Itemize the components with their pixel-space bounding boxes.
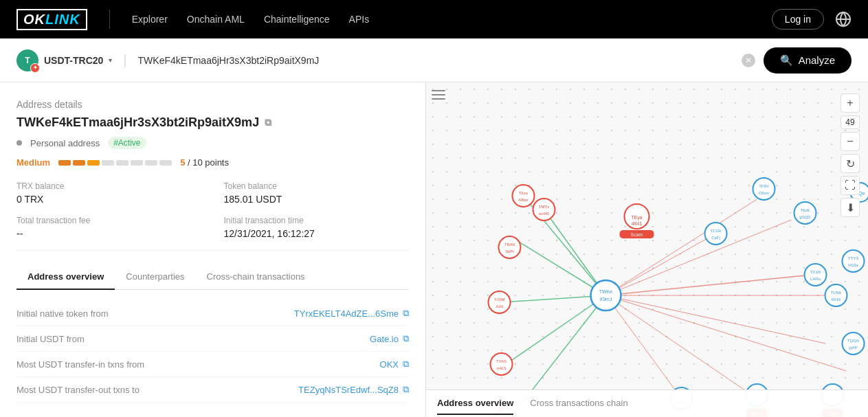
svg-text:TD1R: TD1R: [810, 270, 821, 274]
svg-text:jqXP: jqXP: [848, 346, 858, 350]
nav-chaintelligence[interactable]: Chaintelligence: [264, 14, 330, 25]
data-row-initial-native: Initial native token from TYrxEKELT4AdZE…: [16, 301, 409, 326]
right-panel: TEya 4841 Scam TMTz wx9R TAzs ABwr TBA6 …: [426, 82, 868, 417]
nav-explorer[interactable]: Explorer: [132, 14, 168, 25]
active-badge: #Active: [108, 137, 146, 149]
svg-text:6916: 6916: [832, 297, 841, 302]
svg-text:JuSi: JuSi: [496, 304, 504, 308]
address-input[interactable]: [138, 55, 733, 66]
nav-links: Explorer Onchain AML Chaintelligence API…: [132, 14, 750, 25]
tab-cross-chain[interactable]: Cross-chain transactions: [196, 264, 316, 290]
svg-rect-3: [432, 94, 445, 95]
bottom-tabs-overlay: Address overview Cross transactions chai…: [426, 390, 868, 417]
header-divider: [109, 10, 110, 29]
svg-text:ABwr: ABwr: [518, 198, 528, 202]
risk-bar-4: [102, 160, 114, 166]
token-badge: ✦: [30, 63, 40, 73]
copy-icon[interactable]: ⧉: [403, 333, 409, 344]
svg-point-52: [794, 202, 816, 224]
stat-trx-balance: TRX balance 0 TRX: [16, 181, 202, 205]
svg-text:SpPt: SpPt: [505, 249, 514, 253]
svg-point-34: [489, 291, 511, 313]
logo: OKLINK: [16, 9, 87, 30]
svg-rect-4: [432, 98, 445, 100]
analyze-button[interactable]: 🔍 Analyze: [764, 47, 852, 74]
svg-point-43: [591, 280, 621, 311]
login-button[interactable]: Log in: [772, 9, 824, 30]
stat-initial-tx-time: Initial transaction time 12/31/2021, 16:…: [224, 216, 410, 239]
search-divider: |: [123, 52, 126, 68]
header: OKLINK Explorer Onchain AML Chaintellige…: [0, 0, 868, 38]
svg-text:TBA6: TBA6: [504, 243, 515, 247]
points-label: 5 / 10 points: [180, 157, 229, 168]
data-row-initial-usdt: Initial USDT from Gate.io ⧉: [16, 326, 409, 352]
svg-text:TTYS: TTYS: [848, 256, 858, 260]
clear-button[interactable]: ✕: [742, 54, 755, 67]
svg-text:CpFj: CpFj: [711, 236, 720, 240]
svg-text:VGSs: VGSs: [848, 263, 859, 267]
tabs: Address overview Counterparties Cross-ch…: [16, 264, 409, 290]
token-icon: T ✦: [16, 49, 38, 71]
copy-icon[interactable]: ⧉: [265, 117, 271, 128]
risk-label: Medium: [16, 157, 50, 168]
bottom-tab-address-overview[interactable]: Address overview: [437, 392, 513, 415]
risk-bar-6: [131, 160, 143, 166]
data-row-most-usdt-in: Most USDT transfer-in txns from OKX ⧉: [16, 352, 409, 377]
zoom-count: 49: [841, 115, 860, 129]
svg-point-49: [753, 178, 775, 200]
left-panel: Address details TWKeF4kETmaa6jHr3sX3bt2i…: [0, 82, 426, 417]
token-selector[interactable]: T ✦ USDT-TRC20 ▾: [16, 49, 112, 71]
menu-icon[interactable]: [432, 88, 445, 104]
zoom-out-button[interactable]: −: [841, 132, 860, 151]
fullscreen-button[interactable]: ⛶: [841, 176, 860, 195]
download-button[interactable]: ⬇: [841, 198, 860, 217]
svg-text:TWKe: TWKe: [599, 289, 613, 294]
svg-text:Scam: Scam: [631, 232, 643, 237]
tab-address-overview[interactable]: Address overview: [16, 264, 115, 290]
svg-text:TAzE: TAzE: [800, 208, 810, 212]
svg-line-18: [606, 295, 682, 398]
svg-point-37: [491, 353, 513, 375]
svg-text:TMTz: TMTz: [539, 205, 549, 209]
refresh-button[interactable]: ↻: [841, 154, 860, 173]
main-layout: Address details TWKeF4kETmaa6jHr3sX3bt2i…: [0, 82, 868, 417]
svg-text:LARo: LARo: [810, 277, 821, 281]
data-row-most-usdt-out: Most USDT transfer-out txns to TEZyqNsTS…: [16, 377, 409, 403]
nav-apis[interactable]: APIs: [349, 14, 370, 25]
svg-line-16: [606, 295, 826, 343]
graph-controls: + 49 − ↻ ⛶ ⬇: [841, 93, 860, 217]
address-details-title: Address details: [16, 99, 409, 110]
stats-grid: TRX balance 0 TRX Token balance 185.01 U…: [16, 181, 409, 251]
chevron-down-icon: ▾: [109, 56, 112, 64]
copy-icon[interactable]: ⧉: [403, 359, 409, 370]
nav-onchain-aml[interactable]: Onchain AML: [187, 14, 245, 25]
risk-bar-3: [87, 160, 100, 166]
copy-icon[interactable]: ⧉: [403, 384, 409, 395]
svg-line-17: [606, 295, 847, 371]
svg-text:TF9V: TF9V: [759, 184, 769, 188]
graph-svg: TEya 4841 Scam TMTz wx9R TAzs ABwr TBA6 …: [426, 82, 868, 417]
risk-bar-7: [145, 160, 157, 166]
svg-point-61: [843, 250, 865, 272]
copy-icon[interactable]: ⧉: [403, 308, 409, 319]
svg-text:xHLS: xHLS: [496, 366, 507, 370]
svg-point-64: [843, 333, 865, 354]
stat-tx-fee: Total transaction fee --: [16, 216, 202, 239]
tab-counterparties[interactable]: Counterparties: [115, 264, 195, 290]
svg-point-28: [513, 185, 535, 207]
risk-bar-8: [159, 160, 172, 166]
svg-point-25: [533, 199, 555, 221]
svg-point-31: [499, 236, 521, 258]
globe-icon[interactable]: [835, 11, 852, 27]
risk-row: Medium 5 / 10 points: [16, 157, 409, 168]
graph-container[interactable]: TEya 4841 Scam TMTz wx9R TAzs ABwr TBA6 …: [426, 82, 868, 417]
svg-text:C6xm: C6xm: [759, 191, 770, 195]
search-icon: 🔍: [780, 54, 793, 67]
bottom-tab-cross-transactions[interactable]: Cross transactions chain: [530, 392, 627, 415]
zoom-in-button[interactable]: +: [841, 93, 860, 113]
svg-line-9: [507, 295, 606, 364]
risk-bars: [58, 160, 172, 166]
risk-bar-1: [58, 160, 71, 166]
svg-rect-2: [432, 90, 445, 91]
svg-point-58: [825, 284, 847, 306]
